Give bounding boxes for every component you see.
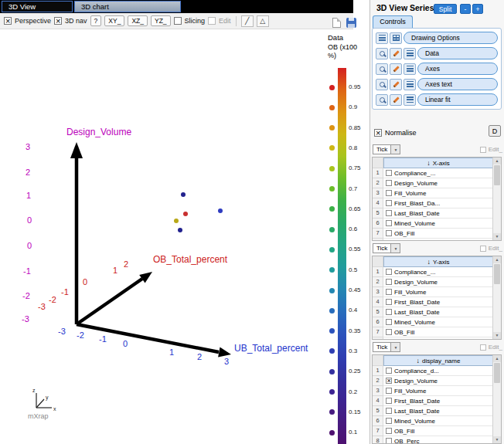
data-point[interactable] [178,228,182,232]
data-point[interactable] [174,219,179,223]
table-title-cell[interactable]: ↓Y-axis [383,256,493,267]
split-button[interactable]: Split [434,4,457,14]
series-button-drawing-options[interactable]: Drawing Options [404,32,498,44]
3d-nav-checkbox[interactable] [54,17,62,25]
series-button-axes[interactable]: Axes [417,63,498,75]
pencil-icon-button[interactable] [390,94,402,106]
row-checkbox[interactable] [386,339,392,340]
row-checkbox[interactable] [386,210,392,216]
grid-icon-button[interactable] [390,32,402,44]
list-icon-button[interactable] [404,79,416,90]
scroll-thumb[interactable] [494,363,500,383]
scroll-up-icon[interactable]: ▲ [493,256,501,263]
edit-checkbox[interactable] [208,17,216,25]
table-row[interactable]: 4First_Blast_Date [373,396,493,406]
series-button-axes-text[interactable]: Axes text [417,78,498,90]
data-point[interactable] [183,212,188,216]
table-row[interactable]: 5Last_Blast_Date [373,307,493,317]
row-checkbox[interactable] [386,388,392,394]
chevron-down-icon[interactable]: ▼ [391,144,400,154]
row-checkbox[interactable] [386,368,392,374]
table-row[interactable]: 6Mined_Volume [373,416,493,426]
xy-view-button[interactable]: XY_ [104,15,124,26]
edit-checkbox[interactable] [480,147,486,153]
edit-checkbox[interactable] [480,246,486,252]
table-row[interactable]: 1Compliance_d... [373,366,493,376]
magnifier-icon-button[interactable] [376,48,388,59]
chevron-down-icon[interactable]: ▼ [391,243,400,253]
table-scrollbar[interactable]: ▲▼ [492,158,501,240]
table-row[interactable]: 6Mined_Volume [373,219,493,229]
scroll-down-icon[interactable]: ▼ [493,233,501,240]
table-row[interactable]: 6Mined_Volume [373,317,493,327]
row-checkbox[interactable] [386,398,392,404]
data-point[interactable] [181,192,186,197]
table-row[interactable]: 5Last_Blast_Date [373,208,493,219]
pencil-icon-button[interactable] [390,79,402,90]
row-checkbox[interactable] [386,180,392,186]
line-tool-icon[interactable]: ╱ [241,15,254,27]
scroll-thumb[interactable] [494,165,500,185]
tick-selector[interactable]: Tick [373,342,391,352]
pencil-icon-button[interactable] [390,48,402,59]
row-checkbox[interactable] [386,299,392,305]
save-icon[interactable] [346,18,356,28]
table-row[interactable]: 4First_Blast_Date [373,297,493,307]
tick-selector[interactable]: Tick [373,243,391,253]
maximize-button[interactable]: + [472,4,483,14]
series-button-data[interactable]: Data [417,47,498,59]
row-checkbox[interactable] [386,289,392,295]
magnifier-icon-button[interactable] [376,63,388,75]
table-row[interactable]: 3Fill_Volume [373,188,493,198]
row-checkbox[interactable] [386,240,392,241]
table-row[interactable]: 8OB_Perc [373,436,493,444]
colorbar-gradient[interactable] [338,68,346,444]
magnifier-icon-button[interactable] [376,94,388,106]
table-row[interactable]: 3Fill_Volume [373,287,493,297]
d-button[interactable]: D [489,125,501,137]
table-row[interactable]: 8OB_Perc [373,239,493,241]
table-row[interactable]: 5Last_Blast_Date [373,406,493,416]
slicing-checkbox[interactable] [174,17,182,25]
chevron-down-icon[interactable]: ▼ [391,342,400,352]
row-checkbox[interactable] [386,279,392,285]
row-checkbox[interactable] [386,378,392,384]
pencil-icon-button[interactable] [390,63,402,75]
tick-selector[interactable]: Tick [373,144,391,154]
perspective-checkbox[interactable] [4,17,12,25]
row-checkbox[interactable] [386,269,392,275]
series-button-linear-fit[interactable]: Linear fit [417,93,498,106]
triangle-tool-icon[interactable]: △ [257,15,269,27]
row-checkbox[interactable] [386,230,392,236]
yz-view-button[interactable]: YZ_ [151,15,171,26]
table-row[interactable]: 4First_Blast_Da... [373,198,493,208]
table-scrollbar[interactable]: ▲▼ [492,355,501,443]
help-button[interactable]: ? [90,15,102,26]
row-checkbox[interactable] [386,200,392,206]
table-row[interactable]: 7OB_Fill [373,426,493,436]
scroll-down-icon[interactable]: ▼ [493,332,501,339]
list-icon-button[interactable] [404,94,416,106]
scroll-down-icon[interactable]: ▼ [493,436,501,443]
list-icon-button[interactable] [404,63,416,75]
table-row[interactable]: 7OB_Fill [373,327,493,337]
list-icon-button[interactable] [404,48,416,59]
tab-3d-chart[interactable]: 3D chart [74,1,181,12]
row-checkbox[interactable] [386,170,392,176]
xz-view-button[interactable]: XZ_ [128,15,148,26]
table-row[interactable]: 8OB_Perc [373,337,493,340]
row-checkbox[interactable] [386,418,392,424]
scroll-thumb[interactable] [494,264,500,284]
row-checkbox[interactable] [386,319,392,325]
row-checkbox[interactable] [386,428,392,434]
table-scrollbar[interactable]: ▲▼ [492,256,501,339]
table-row[interactable]: 1Compliance_... [373,168,493,178]
table-row[interactable]: 2Design_Volume [373,178,493,188]
new-page-icon[interactable] [332,18,341,28]
row-checkbox[interactable] [386,309,392,315]
row-checkbox[interactable] [386,438,392,444]
scroll-up-icon[interactable]: ▲ [493,158,501,164]
magnifier-icon-button[interactable] [376,79,388,90]
row-checkbox[interactable] [386,220,392,226]
tab-controls[interactable]: Controls [373,15,413,29]
